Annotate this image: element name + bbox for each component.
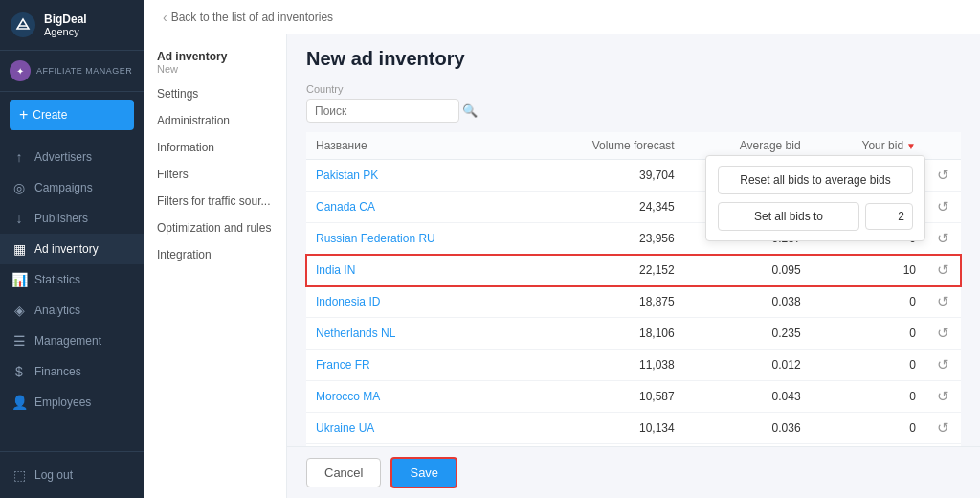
cell-volume: 18,875 <box>524 286 684 318</box>
cancel-button[interactable]: Cancel <box>306 458 381 487</box>
cell-volume: 10,134 <box>524 413 684 444</box>
search-icon: 🔍 <box>462 103 478 118</box>
reset-bid-button[interactable]: ↺ <box>935 419 951 437</box>
cell-reset: ↺ <box>925 160 961 192</box>
analytics-icon: ◈ <box>11 303 27 318</box>
table-row: India IN22,1520.09510↺ <box>306 255 961 286</box>
reset-bid-button[interactable]: ↺ <box>935 198 951 215</box>
sidebar-item-advertisers[interactable]: ↑ Advertisers <box>0 142 144 172</box>
table-row: Indonesia ID18,8750.0380↺ <box>306 286 961 318</box>
set-all-bids-button[interactable]: Set all bids to <box>718 202 859 231</box>
sidebar-item-statistics[interactable]: 📊 Statistics <box>0 264 144 295</box>
cell-country[interactable]: Canada CA <box>306 192 524 223</box>
cell-your-bid: 0 <box>811 413 925 444</box>
bid-row: 0 <box>820 421 916 435</box>
sidebar-item-logout[interactable]: ⬚ Log out <box>0 460 144 490</box>
breadcrumb-back[interactable]: ‹ Back to the list of ad inventories <box>163 10 333 25</box>
reset-bid-button[interactable]: ↺ <box>935 167 951 184</box>
cell-country[interactable]: Pakistan PK <box>306 160 524 192</box>
sidebar-item-label: Advertisers <box>34 150 92 164</box>
reset-bid-button[interactable]: ↺ <box>935 261 951 279</box>
sub-nav-filters[interactable]: Filters <box>144 161 286 188</box>
create-button[interactable]: Create <box>10 100 134 130</box>
sidebar-item-label: Statistics <box>34 273 80 286</box>
sidebar: BigDeal Agency ✦ AFFILIATE MANAGER Creat… <box>0 0 144 498</box>
cell-reset: ↺ <box>925 444 961 447</box>
bid-row: 0 <box>820 390 916 403</box>
bid-value: 0 <box>897 421 916 435</box>
cell-reset: ↺ <box>925 255 961 286</box>
bid-value: 0 <box>897 358 916 372</box>
advertisers-icon: ↑ <box>11 149 27 165</box>
sidebar-nav: ↑ Advertisers ◎ Campaigns ↓ Publishers ▦… <box>0 138 144 451</box>
cell-your-bid: 0 <box>811 318 925 350</box>
sidebar-item-management[interactable]: ☰ Management <box>0 326 144 356</box>
sidebar-item-analytics[interactable]: ◈ Analytics <box>0 295 144 326</box>
sidebar-item-label: Finances <box>34 365 81 378</box>
cell-reset: ↺ <box>925 192 961 223</box>
bid-actions-dropdown: Reset all bids to average bids Set all b… <box>705 155 925 241</box>
back-arrow-icon: ‹ <box>163 10 167 25</box>
sub-nav-filters-traffic[interactable]: Filters for traffic sour... <box>144 188 286 215</box>
reset-all-bids-button[interactable]: Reset all bids to average bids <box>718 166 913 194</box>
sub-nav-subtitle: New <box>157 63 273 75</box>
sidebar-item-ad-inventory[interactable]: ▦ Ad inventory <box>0 234 144 264</box>
sidebar-item-finances[interactable]: $ Finances <box>0 356 144 387</box>
set-all-bids-input[interactable] <box>865 203 913 230</box>
bid-value: 0 <box>897 390 916 403</box>
sidebar-item-employees[interactable]: 👤 Employees <box>0 387 144 418</box>
save-button[interactable]: Save <box>390 457 457 488</box>
sidebar-item-label: Employees <box>34 396 91 409</box>
employees-icon: 👤 <box>11 395 27 410</box>
sub-nav-administration[interactable]: Administration <box>144 107 286 134</box>
cell-volume: 18,106 <box>524 318 684 350</box>
cell-avg-bid: 0.043 <box>684 381 811 413</box>
reset-bid-button[interactable]: ↺ <box>935 230 951 247</box>
reset-bid-button[interactable]: ↺ <box>935 293 951 310</box>
sub-nav-integration[interactable]: Integration <box>144 241 286 268</box>
cell-country[interactable]: Italy IT <box>306 444 524 447</box>
bid-value: 0 <box>897 295 916 308</box>
reset-bid-button[interactable]: ↺ <box>935 325 951 342</box>
cell-volume: 9,721 <box>524 444 684 447</box>
cell-volume: 39,704 <box>524 160 684 192</box>
cell-avg-bid: 0.036 <box>684 413 811 444</box>
sidebar-item-label: Analytics <box>34 304 80 317</box>
sidebar-logo-text: BigDeal Agency <box>44 12 87 37</box>
breadcrumb-bar: ‹ Back to the list of ad inventories <box>144 0 980 34</box>
logo-icon <box>10 11 36 38</box>
cell-avg-bid: 0.095 <box>684 255 811 286</box>
sub-nav-title: Ad inventory <box>157 50 273 63</box>
table-row: Italy IT9,7210.0390↺ <box>306 444 961 447</box>
cell-country[interactable]: Morocco MA <box>306 381 524 413</box>
affiliate-label: AFFILIATE MANAGER <box>36 66 132 76</box>
table-header-row: Название Volume forecast Average bid You… <box>306 132 961 160</box>
cell-country[interactable]: Ukraine UA <box>306 413 524 444</box>
cell-country[interactable]: France FR <box>306 350 524 381</box>
reset-bid-button[interactable]: ↺ <box>935 356 951 374</box>
sidebar-logo: BigDeal Agency <box>0 0 144 51</box>
cell-country[interactable]: Netherlands NL <box>306 318 524 350</box>
th-volume: Volume forecast <box>524 132 684 160</box>
management-icon: ☰ <box>11 333 27 349</box>
cell-reset: ↺ <box>925 381 961 413</box>
th-your-bid[interactable]: Your bid ▼ Reset all bids to average bid… <box>811 132 925 160</box>
sub-nav-information[interactable]: Information <box>144 134 286 161</box>
sub-nav-optimization[interactable]: Optimization and rules <box>144 215 286 241</box>
affiliate-icon: ✦ <box>10 60 31 81</box>
sidebar-item-publishers[interactable]: ↓ Publishers <box>0 203 144 234</box>
cell-your-bid: 0 <box>811 381 925 413</box>
bid-row: 0 <box>820 295 916 308</box>
sub-nav-settings[interactable]: Settings <box>144 80 286 107</box>
table-row: Ukraine UA10,1340.0360↺ <box>306 413 961 444</box>
reset-bid-button[interactable]: ↺ <box>935 388 951 405</box>
cell-country[interactable]: India IN <box>306 255 524 286</box>
country-search-input[interactable] <box>315 104 458 118</box>
cell-country[interactable]: Russian Federation RU <box>306 223 524 255</box>
sidebar-item-campaigns[interactable]: ◎ Campaigns <box>0 172 144 203</box>
ad-inventory-icon: ▦ <box>11 241 27 257</box>
cell-volume: 24,345 <box>524 192 684 223</box>
cell-country[interactable]: Indonesia ID <box>306 286 524 318</box>
table-row: France FR11,0380.0120↺ <box>306 350 961 381</box>
cell-your-bid: 10 <box>811 255 925 286</box>
